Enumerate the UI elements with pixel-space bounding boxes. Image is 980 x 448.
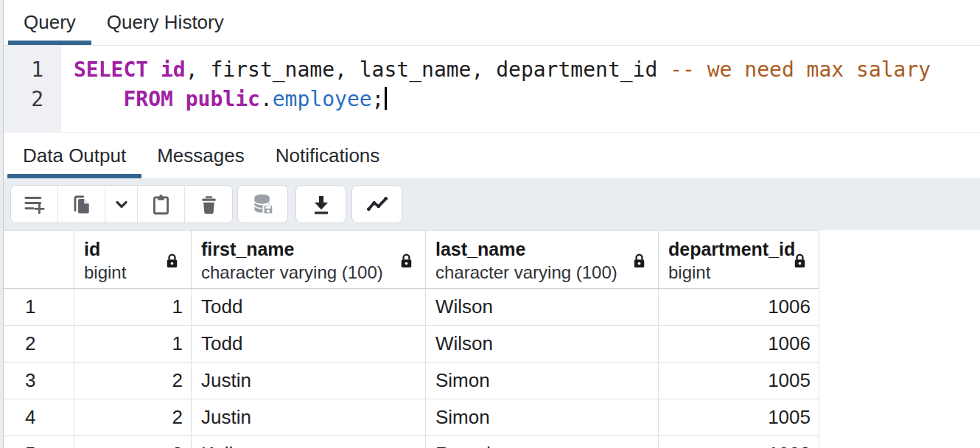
column-name: last_name (435, 238, 649, 261)
code-line: SELECT id, first_name, last_name, depart… (74, 55, 980, 85)
column-name: department_id (668, 238, 810, 261)
paste-icon (150, 193, 172, 216)
delete-button[interactable] (185, 186, 232, 223)
graph-visualiser-button[interactable] (351, 185, 402, 223)
column-lock (631, 251, 647, 273)
cell-first-name[interactable]: Todd (192, 326, 426, 362)
code-area[interactable]: SELECT id, first_name, last_name, depart… (61, 46, 980, 132)
grid-body: 11ToddWilson100621ToddWilson100632Justin… (4, 289, 819, 448)
cell-id[interactable]: 2 (74, 399, 192, 435)
cell-department-id[interactable]: 1005 (659, 363, 819, 399)
cell-id[interactable]: 1 (74, 326, 192, 362)
tab-query-history[interactable]: Query History (91, 0, 239, 45)
line-number: 1 (4, 55, 43, 85)
tab-query[interactable]: Query (8, 0, 91, 45)
code-token: public (186, 87, 260, 111)
tab-messages[interactable]: Messages (141, 133, 260, 178)
data-output-grid: idbigintfirst_namecharacter varying (100… (4, 230, 819, 448)
tab-notifications[interactable]: Notifications (260, 133, 396, 178)
row-number-cell[interactable]: 4 (4, 399, 74, 435)
cell-last-name[interactable]: Wilson (426, 326, 659, 362)
code-token: SELECT (74, 57, 148, 82)
lock-icon (792, 251, 808, 270)
download-icon (309, 192, 333, 216)
save-data-changes-button[interactable] (237, 185, 288, 223)
cell-first-name[interactable]: Justin (192, 399, 426, 435)
table-row: 21ToddWilson1006 (4, 326, 819, 363)
code-token (173, 87, 186, 111)
cell-first-name[interactable]: Kelly (192, 436, 426, 448)
copy-options-button[interactable] (105, 186, 138, 223)
lock-icon (164, 251, 180, 270)
code-token: , first_name, last_name, department_id (186, 57, 670, 82)
lock-icon (631, 251, 647, 270)
code-token: id (161, 57, 186, 82)
line-number-gutter: 12 (4, 46, 61, 132)
cell-department-id[interactable]: 1006 (659, 326, 819, 362)
edit-button-group (10, 185, 233, 223)
results-toolbar (4, 178, 980, 230)
column-lock (399, 251, 414, 273)
paste-button[interactable] (138, 186, 185, 223)
cell-department-id[interactable]: 1006 (659, 289, 819, 325)
table-row: 32JustinSimon1005 (4, 363, 819, 399)
results-tabbar: Data OutputMessagesNotifications (4, 132, 980, 178)
column-type: character varying (100) (201, 261, 416, 284)
lock-icon (399, 251, 414, 270)
column-lock (792, 251, 808, 273)
column-header-id[interactable]: idbigint (74, 231, 192, 288)
row-number-cell[interactable]: 1 (4, 289, 74, 325)
query-tool-window: QueryQuery History 12 SELECT id, first_n… (0, 0, 980, 448)
cell-last-name[interactable]: Rosario (426, 436, 659, 448)
cell-first-name[interactable]: Justin (192, 363, 426, 399)
copy-button[interactable] (58, 186, 105, 223)
column-header-first-name[interactable]: first_namecharacter varying (100) (192, 231, 426, 288)
tab-data-output[interactable]: Data Output (7, 133, 141, 178)
column-name: first_name (201, 238, 416, 261)
code-token: . (260, 87, 273, 111)
table-row: 42JustinSimon1005 (4, 399, 819, 436)
cell-department-id[interactable]: 1002 (659, 436, 819, 448)
code-token: employee (273, 87, 372, 111)
text-cursor (385, 87, 387, 110)
editor-tabbar: QueryQuery History (4, 0, 980, 46)
chevron-down-icon (111, 193, 133, 215)
sql-editor[interactable]: 12 SELECT id, first_name, last_name, dep… (4, 46, 980, 132)
row-number-cell[interactable]: 3 (4, 363, 74, 399)
code-line: FROM public.employee; (74, 85, 980, 114)
cell-last-name[interactable]: Wilson (426, 289, 659, 325)
copy-icon (70, 192, 94, 216)
line-number: 2 (4, 85, 43, 114)
delete-icon (197, 193, 220, 216)
column-type: bigint (668, 261, 810, 284)
row-number-cell[interactable]: 5 (4, 436, 74, 448)
code-token: FROM (123, 87, 172, 111)
column-lock (164, 251, 180, 273)
cell-id[interactable]: 3 (74, 436, 192, 448)
graph-icon (365, 192, 390, 217)
code-token: -- we need max salary (670, 57, 931, 82)
cell-department-id[interactable]: 1005 (659, 399, 819, 435)
save-data-icon (251, 192, 276, 217)
row-number-header[interactable] (4, 231, 74, 288)
cell-last-name[interactable]: Simon (426, 399, 659, 435)
cell-id[interactable]: 1 (74, 289, 192, 325)
column-header-department-id[interactable]: department_idbigint (659, 231, 819, 288)
table-row: 53KellyRosario1002 (4, 436, 819, 448)
cell-id[interactable]: 2 (74, 363, 192, 399)
cell-last-name[interactable]: Simon (426, 363, 659, 399)
row-number-cell[interactable]: 2 (4, 326, 74, 362)
cell-first-name[interactable]: Todd (192, 289, 426, 325)
column-header-last-name[interactable]: last_namecharacter varying (100) (426, 231, 659, 288)
add-row-button[interactable] (11, 186, 58, 223)
download-button[interactable] (295, 185, 346, 223)
table-row: 11ToddWilson1006 (4, 289, 819, 326)
add-row-icon (22, 192, 47, 217)
column-type: character varying (100) (435, 261, 649, 284)
code-token: ; (372, 87, 385, 111)
code-token (74, 87, 123, 111)
code-token (148, 57, 161, 82)
grid-header-row: idbigintfirst_namecharacter varying (100… (4, 230, 819, 289)
